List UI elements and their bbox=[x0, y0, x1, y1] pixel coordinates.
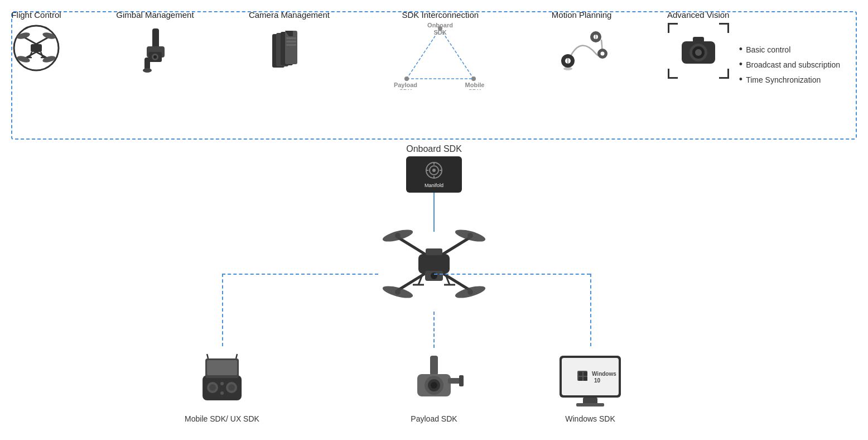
svg-text:Windows: Windows bbox=[592, 371, 616, 377]
svg-point-69 bbox=[454, 227, 486, 244]
svg-point-43 bbox=[563, 67, 572, 70]
left-v-line bbox=[222, 274, 223, 346]
flight-control-icon bbox=[11, 23, 61, 73]
svg-point-20 bbox=[143, 68, 152, 73]
svg-rect-52 bbox=[693, 37, 704, 42]
right-v-line bbox=[590, 274, 591, 346]
right-h-line bbox=[434, 274, 590, 275]
sdk-triangle: Onboard SDK Payload SDK Mobile SDK bbox=[390, 23, 490, 90]
svg-text:10: 10 bbox=[594, 377, 601, 384]
svg-point-47 bbox=[600, 52, 604, 56]
flight-control-label: Flight Control bbox=[11, 10, 61, 20]
svg-line-84 bbox=[236, 354, 237, 358]
category-advanced-vision: Advanced Vision bbox=[667, 10, 857, 79]
svg-line-83 bbox=[207, 354, 208, 358]
svg-rect-19 bbox=[144, 58, 150, 70]
left-h-line bbox=[222, 274, 378, 275]
svg-point-90 bbox=[220, 391, 224, 395]
svg-point-51 bbox=[695, 49, 702, 56]
sdk-interconnection-label: SDK Interconnection bbox=[402, 10, 479, 20]
svg-point-89 bbox=[220, 382, 224, 385]
onboard-sdk-label: Onboard SDK bbox=[406, 144, 462, 154]
svg-point-88 bbox=[228, 384, 235, 391]
drone-to-payload-line bbox=[433, 312, 435, 348]
mobile-sdk-label: Mobile SDK/ UX SDK bbox=[185, 414, 259, 423]
svg-text:SDK: SDK bbox=[469, 88, 481, 90]
svg-rect-103 bbox=[578, 372, 582, 376]
category-camera-management: Camera Management bbox=[249, 10, 330, 73]
feature-item-timesync: Time Synchronization bbox=[739, 74, 840, 85]
svg-rect-106 bbox=[584, 377, 587, 381]
feature-item-basic: Basic control bbox=[739, 44, 840, 55]
svg-line-30 bbox=[440, 28, 474, 79]
svg-rect-1 bbox=[31, 44, 42, 52]
svg-point-68 bbox=[382, 227, 414, 244]
categories-row: Flight Control bbox=[11, 10, 857, 90]
page-container: Flight Control bbox=[0, 0, 868, 440]
svg-rect-26 bbox=[286, 37, 296, 39]
manifold-device: Manifold bbox=[406, 156, 462, 193]
svg-text:SDK: SDK bbox=[399, 88, 412, 90]
windows-sdk-label: Windows SDK bbox=[565, 414, 615, 423]
category-gimbal-management: Gimbal Management bbox=[116, 10, 194, 73]
svg-point-71 bbox=[454, 284, 486, 300]
svg-text:Payload: Payload bbox=[394, 82, 417, 88]
svg-point-95 bbox=[431, 382, 437, 389]
payload-sdk-label: Payload SDK bbox=[411, 414, 457, 423]
svg-text:SDK: SDK bbox=[434, 29, 447, 36]
camera-icon bbox=[264, 23, 314, 73]
svg-rect-82 bbox=[207, 360, 237, 375]
category-motion-planning: Motion Planning bbox=[551, 10, 613, 73]
category-flight-control: Flight Control bbox=[11, 10, 61, 73]
svg-line-29 bbox=[407, 28, 440, 79]
svg-text:Onboard: Onboard bbox=[427, 23, 453, 28]
svg-rect-105 bbox=[578, 377, 582, 381]
main-drone bbox=[378, 218, 490, 307]
vision-bracket bbox=[668, 23, 729, 79]
svg-rect-72 bbox=[418, 254, 450, 274]
svg-point-33 bbox=[404, 76, 409, 81]
svg-rect-91 bbox=[430, 356, 438, 375]
category-sdk-interconnection: SDK Interconnection Onboard SDK Payload … bbox=[384, 10, 496, 90]
mobile-sdk-device: Mobile SDK/ UX SDK bbox=[185, 353, 259, 423]
svg-point-86 bbox=[209, 384, 216, 391]
svg-rect-101 bbox=[576, 403, 604, 406]
svg-rect-27 bbox=[286, 41, 296, 42]
svg-rect-104 bbox=[584, 372, 587, 376]
svg-point-55 bbox=[432, 169, 436, 172]
gimbal-icon bbox=[130, 23, 180, 73]
svg-rect-75 bbox=[426, 248, 442, 255]
svg-rect-28 bbox=[286, 44, 296, 46]
svg-point-34 bbox=[471, 76, 476, 81]
svg-text:Mobile: Mobile bbox=[465, 82, 485, 88]
motion-planning-label: Motion Planning bbox=[552, 10, 612, 20]
feature-list: Basic control Broadcast and subscription… bbox=[739, 44, 840, 89]
windows-sdk-device: Windows 10 Windows SDK bbox=[554, 353, 626, 423]
feature-item-broadcast: Broadcast and subscription bbox=[739, 59, 840, 70]
camera-management-label: Camera Management bbox=[249, 10, 330, 20]
manifold-label: Manifold bbox=[425, 183, 443, 188]
advanced-vision-label: Advanced Vision bbox=[667, 10, 729, 20]
svg-rect-97 bbox=[459, 375, 464, 386]
svg-point-70 bbox=[382, 284, 414, 300]
motion-planning-icon bbox=[551, 23, 613, 73]
payload-sdk-device: Payload SDK bbox=[403, 353, 465, 423]
svg-point-18 bbox=[153, 55, 157, 59]
gimbal-management-label: Gimbal Management bbox=[116, 10, 194, 20]
